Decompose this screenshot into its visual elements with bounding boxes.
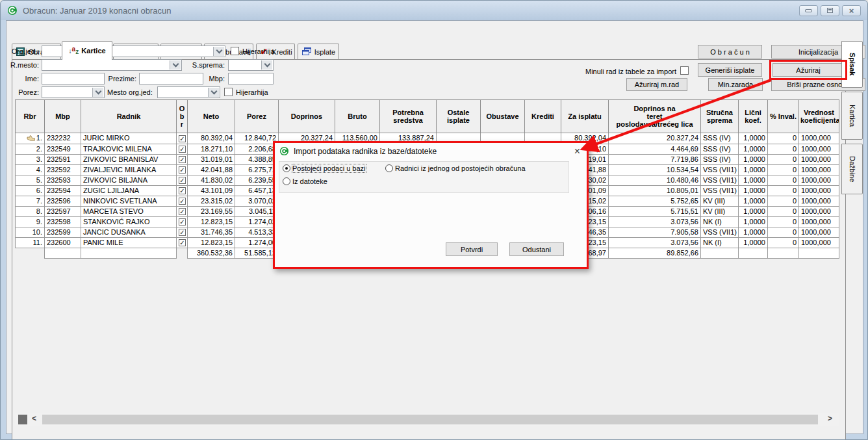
table-cell[interactable]: ZIVKOVIC BILJANA (81, 175, 177, 185)
table-cell[interactable]: 4.388,85 (235, 154, 279, 164)
row-checkbox-cell[interactable]: ✓ (177, 237, 188, 248)
table-cell[interactable]: 1000,000 (799, 196, 839, 206)
row-checkbox-cell[interactable]: ✓ (177, 164, 188, 175)
table-cell[interactable]: VSS (VII1) (701, 175, 739, 185)
row-checkbox-cell[interactable]: ✓ (177, 175, 188, 185)
side-tab-dazbine[interactable]: Dažbine (841, 144, 863, 194)
table-cell[interactable]: 5.715,51 (609, 206, 701, 216)
column-header[interactable]: Rbr (16, 100, 45, 133)
side-tab-spisak[interactable]: Spisak (841, 41, 863, 88)
table-cell[interactable]: 6.239,55 (235, 175, 279, 185)
table-cell[interactable]: 232596 (45, 196, 81, 206)
row-checkbox-cell[interactable]: ✓ (177, 133, 188, 144)
table-cell[interactable]: 1000,000 (799, 227, 839, 237)
table-cell[interactable]: 6.457,13 (235, 185, 279, 196)
column-header[interactable]: Porez (235, 100, 279, 133)
table-cell[interactable]: 232591 (45, 154, 81, 164)
row-checkbox[interactable]: ✓ (179, 229, 186, 236)
row-checkbox[interactable]: ✓ (179, 187, 186, 194)
r-mesto-combo[interactable] (42, 59, 182, 71)
column-header[interactable]: Krediti (525, 100, 561, 133)
table-cell[interactable]: KV (III) (701, 206, 739, 216)
table-cell[interactable]: 1000,000 (799, 216, 839, 227)
table-cell[interactable]: 1.274,00 (235, 237, 279, 248)
column-header[interactable]: Obustave (481, 100, 525, 133)
table-cell[interactable]: 1,0000 (739, 185, 768, 196)
column-header[interactable]: Radnik (81, 100, 177, 133)
table-cell[interactable]: 232598 (45, 216, 81, 227)
table-cell[interactable]: 5.752,65 (609, 196, 701, 206)
row-checkbox[interactable]: ✓ (179, 239, 186, 246)
close-button[interactable]: × (842, 5, 861, 16)
table-cell[interactable]: 9. (16, 216, 45, 227)
table-cell[interactable]: 1. (16, 133, 45, 144)
radio-postojeci-podaci[interactable]: Postojeći podaci u bazi (283, 164, 366, 172)
table-cell[interactable]: 0 (768, 133, 799, 144)
table-cell[interactable]: NK (I) (701, 237, 739, 248)
table-cell[interactable]: 1,0000 (739, 196, 768, 206)
table-cell[interactable]: 18.271,10 (188, 144, 235, 154)
chevron-down-icon[interactable] (208, 88, 219, 97)
row-checkbox[interactable]: ✓ (179, 218, 186, 226)
side-tab-kartica[interactable]: Kartica (841, 92, 863, 140)
table-cell[interactable]: 5. (16, 175, 45, 185)
table-cell[interactable]: 232597 (45, 206, 81, 216)
table-cell[interactable]: 1000,000 (799, 164, 839, 175)
table-cell[interactable]: 0 (768, 196, 799, 206)
table-cell[interactable]: VSS (VII1) (701, 227, 739, 237)
table-cell[interactable]: 0 (768, 175, 799, 185)
table-cell[interactable]: 42.041,88 (188, 164, 235, 175)
row-checkbox-cell[interactable]: ✓ (177, 196, 188, 206)
table-cell[interactable]: 1,0000 (739, 154, 768, 164)
table-cell[interactable]: 0 (768, 216, 799, 227)
table-cell[interactable]: 1,0000 (739, 144, 768, 154)
row-checkbox-cell[interactable]: ✓ (177, 227, 188, 237)
table-cell[interactable]: 12.823,15 (188, 237, 235, 248)
table-cell[interactable]: 2.206,68 (235, 144, 279, 154)
azuriraj-button[interactable]: Ažuriraj (772, 63, 844, 77)
table-cell[interactable]: 23.315,02 (188, 196, 235, 206)
row-checkbox-cell[interactable]: ✓ (177, 216, 188, 227)
row-checkbox-cell[interactable]: ✓ (177, 154, 188, 164)
maximize-button[interactable] (821, 5, 839, 16)
table-cell[interactable]: 12.840,72 (235, 133, 279, 144)
table-cell[interactable]: 80.392,04 (188, 133, 235, 144)
prezime-input[interactable] (139, 73, 203, 84)
minimize-button[interactable] (799, 5, 818, 16)
table-cell[interactable]: 232600 (45, 237, 81, 248)
table-cell[interactable]: 3.070,02 (235, 196, 279, 206)
table-cell[interactable]: NK (I) (701, 216, 739, 227)
porez-combo[interactable] (42, 86, 105, 98)
chevron-down-icon[interactable] (170, 60, 181, 70)
min-zarada-button[interactable]: Min.zarada (708, 78, 763, 91)
table-cell[interactable]: 11. (16, 237, 45, 248)
table-cell[interactable]: 232232 (45, 133, 81, 144)
table-cell[interactable]: 43.101,09 (188, 185, 235, 196)
table-cell[interactable]: SSS (IV) (701, 144, 739, 154)
minuli-rad-checkbox[interactable] (680, 66, 689, 75)
table-cell[interactable]: 232549 (45, 144, 81, 154)
azuriraj-mrad-button[interactable]: Ažuriraj m.rad (626, 78, 687, 91)
hijerarhija-checkbox-1[interactable] (231, 47, 239, 55)
column-header[interactable]: Vrednost koeficijenta (799, 100, 839, 133)
table-cell[interactable]: 7.905,58 (609, 227, 701, 237)
table-cell[interactable]: 1000,000 (799, 237, 839, 248)
table-cell[interactable]: ZIVKOVIC BRANISLAV (81, 154, 177, 164)
mbp-input[interactable] (228, 73, 274, 84)
table-cell[interactable]: 232592 (45, 164, 81, 175)
table-cell[interactable]: 0 (768, 185, 799, 196)
table-cell[interactable]: 12.823,15 (188, 216, 235, 227)
s-sprema-combo[interactable] (228, 59, 274, 71)
table-cell[interactable]: 1000,000 (799, 185, 839, 196)
table-cell[interactable]: 7.719,86 (609, 154, 701, 164)
table-cell[interactable]: 0 (768, 237, 799, 248)
table-cell[interactable]: 1,0000 (739, 206, 768, 216)
table-cell[interactable]: 1,0000 (739, 227, 768, 237)
row-checkbox[interactable]: ✓ (179, 166, 186, 174)
column-header[interactable]: Bruto (335, 100, 380, 133)
chevron-down-icon[interactable] (213, 47, 224, 56)
table-cell[interactable]: 1000,000 (799, 175, 839, 185)
table-cell[interactable]: 0 (768, 227, 799, 237)
table-cell[interactable]: 8. (16, 206, 45, 216)
table-cell[interactable]: JURIC MIRKO (81, 133, 177, 144)
